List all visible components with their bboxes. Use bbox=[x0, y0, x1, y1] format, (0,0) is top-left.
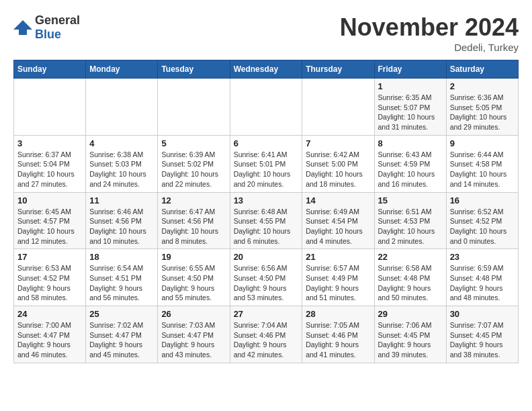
day-info: Sunrise: 7:05 AM Sunset: 4:46 PM Dayligh… bbox=[306, 321, 359, 359]
day-info: Sunrise: 6:51 AM Sunset: 4:53 PM Dayligh… bbox=[378, 208, 435, 245]
day-cell: 3Sunrise: 6:37 AM Sunset: 5:04 PM Daylig… bbox=[14, 135, 86, 192]
logo-text: General Blue bbox=[35, 13, 80, 42]
day-number: 14 bbox=[306, 195, 370, 205]
day-cell: 10Sunrise: 6:45 AM Sunset: 4:57 PM Dayli… bbox=[14, 192, 86, 249]
week-row-5: 24Sunrise: 7:00 AM Sunset: 4:47 PM Dayli… bbox=[14, 306, 519, 363]
day-info: Sunrise: 6:59 AM Sunset: 4:48 PM Dayligh… bbox=[450, 264, 504, 302]
day-number: 3 bbox=[17, 138, 82, 148]
day-info: Sunrise: 6:41 AM Sunset: 5:01 PM Dayligh… bbox=[234, 150, 291, 188]
day-cell: 7Sunrise: 6:42 AM Sunset: 5:00 PM Daylig… bbox=[302, 135, 374, 192]
day-number: 5 bbox=[161, 138, 226, 148]
day-number: 11 bbox=[89, 195, 154, 205]
day-number: 1 bbox=[378, 81, 443, 91]
day-info: Sunrise: 7:04 AM Sunset: 4:46 PM Dayligh… bbox=[234, 321, 287, 359]
day-number: 2 bbox=[450, 81, 515, 91]
day-info: Sunrise: 7:07 AM Sunset: 4:45 PM Dayligh… bbox=[450, 321, 504, 359]
day-cell bbox=[302, 79, 374, 136]
month-title: November 2024 bbox=[340, 13, 519, 42]
day-cell: 15Sunrise: 6:51 AM Sunset: 4:53 PM Dayli… bbox=[374, 192, 446, 249]
day-info: Sunrise: 6:47 AM Sunset: 4:56 PM Dayligh… bbox=[161, 208, 218, 245]
day-info: Sunrise: 6:54 AM Sunset: 4:51 PM Dayligh… bbox=[89, 264, 143, 302]
week-row-1: 1Sunrise: 6:35 AM Sunset: 5:07 PM Daylig… bbox=[14, 79, 519, 136]
day-info: Sunrise: 6:37 AM Sunset: 5:04 PM Dayligh… bbox=[17, 150, 75, 188]
day-cell: 12Sunrise: 6:47 AM Sunset: 4:56 PM Dayli… bbox=[158, 192, 230, 249]
day-cell: 30Sunrise: 7:07 AM Sunset: 4:45 PM Dayli… bbox=[446, 306, 518, 363]
week-row-2: 3Sunrise: 6:37 AM Sunset: 5:04 PM Daylig… bbox=[14, 135, 519, 192]
day-cell: 26Sunrise: 7:03 AM Sunset: 4:47 PM Dayli… bbox=[158, 306, 230, 363]
day-cell: 17Sunrise: 6:53 AM Sunset: 4:52 PM Dayli… bbox=[14, 249, 86, 306]
day-number: 9 bbox=[450, 138, 515, 148]
day-cell: 28Sunrise: 7:05 AM Sunset: 4:46 PM Dayli… bbox=[302, 306, 374, 363]
day-cell: 14Sunrise: 6:49 AM Sunset: 4:54 PM Dayli… bbox=[302, 192, 374, 249]
day-cell: 11Sunrise: 6:46 AM Sunset: 4:56 PM Dayli… bbox=[86, 192, 158, 249]
day-info: Sunrise: 6:56 AM Sunset: 4:50 PM Dayligh… bbox=[234, 264, 287, 302]
logo: General Blue bbox=[13, 13, 80, 42]
day-cell: 16Sunrise: 6:52 AM Sunset: 4:52 PM Dayli… bbox=[446, 192, 518, 249]
column-header-friday: Friday bbox=[374, 60, 446, 79]
calendar-body: 1Sunrise: 6:35 AM Sunset: 5:07 PM Daylig… bbox=[14, 79, 519, 363]
svg-marker-0 bbox=[13, 20, 32, 35]
day-cell: 24Sunrise: 7:00 AM Sunset: 4:47 PM Dayli… bbox=[14, 306, 86, 363]
day-cell bbox=[158, 79, 230, 136]
day-info: Sunrise: 7:02 AM Sunset: 4:47 PM Dayligh… bbox=[89, 321, 143, 359]
day-number: 6 bbox=[234, 138, 299, 148]
day-cell: 27Sunrise: 7:04 AM Sunset: 4:46 PM Dayli… bbox=[230, 306, 302, 363]
day-cell: 18Sunrise: 6:54 AM Sunset: 4:51 PM Dayli… bbox=[86, 249, 158, 306]
day-cell: 29Sunrise: 7:06 AM Sunset: 4:45 PM Dayli… bbox=[374, 306, 446, 363]
calendar-table: SundayMondayTuesdayWednesdayThursdayFrid… bbox=[13, 60, 519, 363]
day-cell: 8Sunrise: 6:43 AM Sunset: 4:59 PM Daylig… bbox=[374, 135, 446, 192]
day-info: Sunrise: 6:39 AM Sunset: 5:02 PM Dayligh… bbox=[161, 150, 218, 188]
week-row-3: 10Sunrise: 6:45 AM Sunset: 4:57 PM Dayli… bbox=[14, 192, 519, 249]
logo-general: General bbox=[35, 13, 80, 27]
day-cell: 22Sunrise: 6:58 AM Sunset: 4:48 PM Dayli… bbox=[374, 249, 446, 306]
day-number: 29 bbox=[378, 309, 443, 319]
day-cell: 20Sunrise: 6:56 AM Sunset: 4:50 PM Dayli… bbox=[230, 249, 302, 306]
day-info: Sunrise: 6:53 AM Sunset: 4:52 PM Dayligh… bbox=[17, 264, 71, 302]
day-number: 15 bbox=[378, 195, 443, 205]
day-info: Sunrise: 6:49 AM Sunset: 4:54 PM Dayligh… bbox=[306, 208, 363, 245]
day-cell: 6Sunrise: 6:41 AM Sunset: 5:01 PM Daylig… bbox=[230, 135, 302, 192]
day-info: Sunrise: 6:46 AM Sunset: 4:56 PM Dayligh… bbox=[89, 208, 146, 245]
day-cell: 21Sunrise: 6:57 AM Sunset: 4:49 PM Dayli… bbox=[302, 249, 374, 306]
day-info: Sunrise: 7:06 AM Sunset: 4:45 PM Dayligh… bbox=[378, 321, 432, 359]
day-number: 22 bbox=[378, 252, 443, 262]
column-header-tuesday: Tuesday bbox=[158, 60, 230, 79]
day-cell: 4Sunrise: 6:38 AM Sunset: 5:03 PM Daylig… bbox=[86, 135, 158, 192]
day-info: Sunrise: 6:36 AM Sunset: 5:05 PM Dayligh… bbox=[450, 93, 507, 131]
day-cell: 23Sunrise: 6:59 AM Sunset: 4:48 PM Dayli… bbox=[446, 249, 518, 306]
day-cell: 19Sunrise: 6:55 AM Sunset: 4:50 PM Dayli… bbox=[158, 249, 230, 306]
day-number: 30 bbox=[450, 309, 515, 319]
day-cell: 5Sunrise: 6:39 AM Sunset: 5:02 PM Daylig… bbox=[158, 135, 230, 192]
week-row-4: 17Sunrise: 6:53 AM Sunset: 4:52 PM Dayli… bbox=[14, 249, 519, 306]
column-header-thursday: Thursday bbox=[302, 60, 374, 79]
day-number: 8 bbox=[378, 138, 443, 148]
day-cell: 1Sunrise: 6:35 AM Sunset: 5:07 PM Daylig… bbox=[374, 79, 446, 136]
logo-icon bbox=[13, 20, 32, 35]
column-header-sunday: Sunday bbox=[14, 60, 86, 79]
day-number: 4 bbox=[89, 138, 154, 148]
day-number: 10 bbox=[17, 195, 82, 205]
logo-blue: Blue bbox=[35, 28, 61, 41]
day-cell: 13Sunrise: 6:48 AM Sunset: 4:55 PM Dayli… bbox=[230, 192, 302, 249]
day-cell: 25Sunrise: 7:02 AM Sunset: 4:47 PM Dayli… bbox=[86, 306, 158, 363]
day-info: Sunrise: 6:52 AM Sunset: 4:52 PM Dayligh… bbox=[450, 208, 507, 245]
day-info: Sunrise: 6:43 AM Sunset: 4:59 PM Dayligh… bbox=[378, 150, 435, 188]
column-header-monday: Monday bbox=[86, 60, 158, 79]
day-number: 23 bbox=[450, 252, 515, 262]
day-number: 12 bbox=[161, 195, 226, 205]
day-number: 21 bbox=[306, 252, 370, 262]
day-number: 27 bbox=[234, 309, 299, 319]
day-number: 18 bbox=[89, 252, 154, 262]
column-header-wednesday: Wednesday bbox=[230, 60, 302, 79]
day-number: 19 bbox=[161, 252, 226, 262]
header: General Blue November 2024 Dedeli, Turke… bbox=[13, 13, 519, 53]
day-number: 20 bbox=[234, 252, 299, 262]
day-info: Sunrise: 7:03 AM Sunset: 4:47 PM Dayligh… bbox=[161, 321, 215, 359]
title-area: November 2024 Dedeli, Turkey bbox=[340, 13, 519, 53]
day-number: 25 bbox=[89, 309, 154, 319]
day-cell bbox=[14, 79, 86, 136]
day-number: 7 bbox=[306, 138, 370, 148]
day-info: Sunrise: 6:48 AM Sunset: 4:55 PM Dayligh… bbox=[234, 208, 291, 245]
day-info: Sunrise: 7:00 AM Sunset: 4:47 PM Dayligh… bbox=[17, 321, 71, 359]
location-title: Dedeli, Turkey bbox=[340, 42, 519, 53]
